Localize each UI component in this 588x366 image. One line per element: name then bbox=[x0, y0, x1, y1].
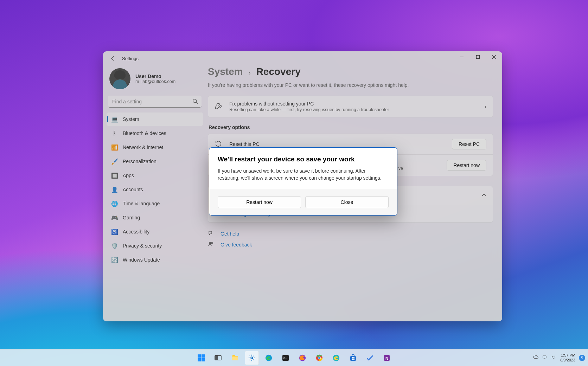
svg-rect-14 bbox=[282, 355, 289, 361]
svg-rect-6 bbox=[202, 354, 205, 358]
svg-rect-20 bbox=[350, 356, 356, 361]
edge-canary-icon[interactable] bbox=[329, 351, 343, 365]
clock-time: 1:57 PM bbox=[560, 353, 575, 358]
taskbar-right: 1:57 PM 8/9/2023 5 bbox=[533, 353, 585, 363]
svg-rect-8 bbox=[202, 358, 205, 361]
svg-rect-27 bbox=[543, 356, 546, 358]
todo-icon[interactable] bbox=[363, 351, 377, 365]
taskview-button[interactable] bbox=[211, 351, 225, 365]
explorer-icon[interactable] bbox=[228, 351, 242, 365]
dialog-text: If you have unsaved work, be sure to sav… bbox=[218, 167, 389, 182]
taskbar: N 1:57 PM 8/9/2023 5 bbox=[0, 349, 588, 366]
svg-point-12 bbox=[251, 357, 253, 359]
terminal-icon[interactable] bbox=[279, 351, 293, 365]
svg-point-18 bbox=[318, 357, 320, 359]
onedrive-icon[interactable] bbox=[533, 354, 538, 361]
taskbar-center: N bbox=[194, 351, 394, 365]
svg-rect-7 bbox=[198, 358, 201, 361]
dialog-close-button[interactable]: Close bbox=[305, 196, 389, 208]
svg-rect-11 bbox=[232, 357, 238, 360]
settings-icon[interactable] bbox=[245, 351, 259, 365]
system-tray[interactable] bbox=[533, 354, 557, 361]
svg-rect-23 bbox=[352, 359, 353, 360]
svg-text:N: N bbox=[385, 356, 388, 360]
volume-icon[interactable] bbox=[551, 354, 557, 361]
restart-dialog: We'll restart your device so save your w… bbox=[209, 147, 397, 216]
dialog-title: We'll restart your device so save your w… bbox=[218, 155, 389, 163]
start-button[interactable] bbox=[194, 351, 208, 365]
dialog-restart-button[interactable]: Restart now bbox=[218, 196, 301, 208]
svg-rect-5 bbox=[198, 354, 201, 358]
onenote-icon[interactable]: N bbox=[380, 351, 394, 365]
svg-rect-22 bbox=[353, 357, 355, 359]
clock-date: 8/9/2023 bbox=[560, 358, 575, 363]
clock[interactable]: 1:57 PM 8/9/2023 bbox=[560, 353, 575, 363]
svg-rect-21 bbox=[352, 357, 353, 359]
network-tray-icon[interactable] bbox=[542, 354, 548, 361]
svg-rect-24 bbox=[353, 359, 355, 360]
notification-badge[interactable]: 5 bbox=[579, 355, 585, 361]
chrome-icon[interactable] bbox=[312, 351, 326, 365]
svg-rect-10 bbox=[215, 355, 218, 360]
firefox-icon[interactable] bbox=[295, 351, 309, 365]
edge-icon[interactable] bbox=[262, 351, 276, 365]
store-icon[interactable] bbox=[346, 351, 360, 365]
